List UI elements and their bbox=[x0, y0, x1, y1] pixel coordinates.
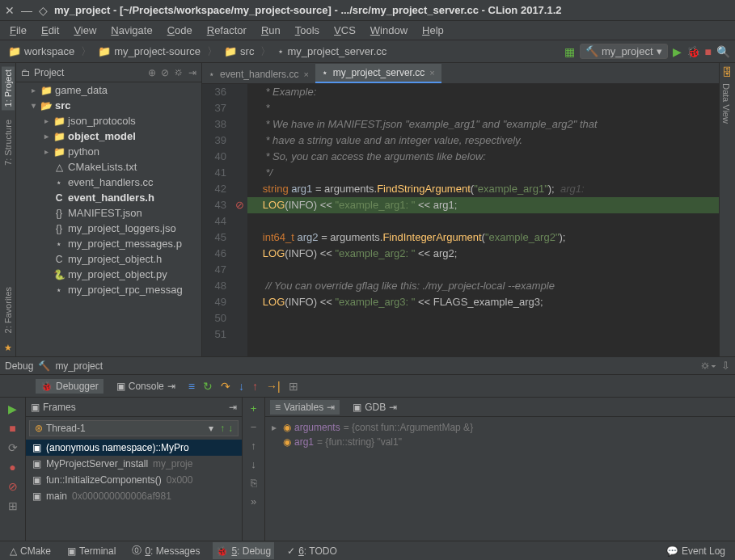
breadcrumb-item[interactable]: ⋆my_project_server.cc bbox=[274, 44, 390, 59]
menu-edit[interactable]: Edit bbox=[35, 23, 65, 38]
variable-row[interactable]: ▸◉ arguments = {const fun::ArgumentMap &… bbox=[272, 420, 729, 435]
copy-icon[interactable]: ⎘ bbox=[251, 477, 257, 489]
menu-file[interactable]: File bbox=[3, 23, 33, 38]
variables-list[interactable]: ▸◉ arguments = {const fun::ArgumentMap &… bbox=[265, 417, 735, 541]
thread-selector[interactable]: ⊛ Thread-1 ▾ ↑ ↓ bbox=[29, 420, 239, 436]
step-out-icon[interactable]: ↑ bbox=[252, 380, 258, 393]
stop-debug-icon[interactable]: ■ bbox=[9, 422, 15, 435]
menu-window[interactable]: Window bbox=[364, 23, 414, 38]
menu-vcs[interactable]: VCS bbox=[327, 23, 362, 38]
more-icon[interactable]: » bbox=[251, 495, 256, 507]
step-over-icon[interactable]: ↷ bbox=[221, 380, 230, 393]
tree-item[interactable]: ▸📁json_protocols bbox=[16, 113, 201, 128]
tool-tab-structure[interactable]: 7: Structure bbox=[2, 116, 15, 169]
variables-tab[interactable]: ≡ Variables ⇥ bbox=[270, 400, 340, 415]
remove-watch-icon[interactable]: − bbox=[251, 421, 257, 433]
evaluate-icon[interactable]: ⊞ bbox=[289, 380, 298, 393]
console-tab[interactable]: ▣ Console ⇥ bbox=[112, 379, 180, 394]
bottom-tab[interactable]: ▣Terminal bbox=[64, 542, 119, 559]
run-configuration-select[interactable]: 🔨 my_project ▾ bbox=[580, 44, 668, 59]
menu-navigate[interactable]: Navigate bbox=[104, 23, 158, 38]
menu-tools[interactable]: Tools bbox=[289, 23, 326, 38]
target-icon[interactable]: ⊘ bbox=[161, 67, 169, 78]
tool-tab-project[interactable]: 1: Project bbox=[2, 66, 15, 110]
tree-item[interactable]: {}MANIFEST.json bbox=[16, 205, 201, 221]
tree-item[interactable]: ▸📁object_model bbox=[16, 128, 201, 144]
pin-icon[interactable]: ⇩ bbox=[721, 360, 730, 372]
editor-tab[interactable]: ⋆my_project_server.cc× bbox=[315, 64, 441, 83]
frames-pin-icon[interactable]: ⇥ bbox=[229, 402, 237, 413]
code-area[interactable]: * Example: * * We have in MANIFEST.json … bbox=[247, 84, 719, 356]
hide-icon[interactable]: ⇥ bbox=[188, 67, 196, 78]
editor-content[interactable]: 36373839404142434445464748495051 ⊘ * Exa… bbox=[202, 84, 719, 356]
gear-icon[interactable]: ⛭▾ bbox=[700, 360, 716, 372]
settings-icon[interactable]: ⛭ bbox=[174, 67, 184, 78]
editor-tab[interactable]: ⋆event_handlers.cc× bbox=[202, 65, 315, 83]
debug-icon[interactable]: 🐞 bbox=[686, 45, 700, 58]
gdb-tab[interactable]: ▣ GDB ⇥ bbox=[348, 400, 402, 415]
maximize-window-icon[interactable]: ◇ bbox=[39, 4, 48, 17]
breadcrumb-item[interactable]: 📁workspace bbox=[5, 44, 78, 59]
project-tree[interactable]: ▸📁game_data▾📂src▸📁json_protocols▸📁object… bbox=[16, 82, 201, 356]
stack-frame[interactable]: ▣MyProjectServer_installmy_proje bbox=[26, 456, 242, 472]
step-into-icon[interactable]: ↓ bbox=[239, 380, 244, 393]
run-icon[interactable]: ▶ bbox=[673, 45, 682, 58]
rerun-icon[interactable]: ▶ bbox=[8, 402, 17, 415]
tool-tab-favorites[interactable]: 2: Favorites bbox=[2, 284, 15, 336]
up-icon[interactable]: ↑ bbox=[251, 440, 256, 452]
resume-icon[interactable]: ↻ bbox=[203, 380, 213, 393]
run-to-cursor-icon[interactable]: →| bbox=[266, 380, 281, 393]
debugger-tab[interactable]: 🐞 Debugger bbox=[36, 379, 103, 394]
tree-item[interactable]: {}my_project_loggers.jso bbox=[16, 221, 201, 236]
breadcrumb-item[interactable]: 📁my_project-source bbox=[95, 44, 204, 59]
tree-item[interactable]: ▸📁game_data bbox=[16, 82, 201, 98]
minimize-window-icon[interactable]: — bbox=[21, 4, 32, 17]
tree-item[interactable]: ▸📁python bbox=[16, 144, 201, 159]
prev-frame-icon[interactable]: ↑ bbox=[220, 423, 225, 434]
menu-code[interactable]: Code bbox=[161, 23, 199, 38]
menu-run[interactable]: Run bbox=[255, 23, 287, 38]
console-icon: ▣ bbox=[116, 381, 125, 392]
db-icon[interactable]: 🗄 bbox=[720, 63, 735, 78]
debugger-tab-label: Debugger bbox=[56, 381, 99, 392]
bottom-tab[interactable]: ⓪0: Messages bbox=[129, 542, 203, 559]
stop-icon[interactable]: ■ bbox=[705, 45, 712, 58]
breadcrumb-item[interactable]: 📁src bbox=[221, 44, 257, 59]
mute-breakpoints-icon[interactable]: ⊘ bbox=[8, 480, 18, 493]
tree-item[interactable]: ▾📂src bbox=[16, 98, 201, 113]
close-tab-icon[interactable]: × bbox=[429, 68, 434, 78]
search-icon[interactable]: 🔍 bbox=[716, 45, 730, 58]
menu-refactor[interactable]: Refactor bbox=[201, 23, 253, 38]
stack-frame[interactable]: ▣(anonymous namespace)::MyPro bbox=[26, 440, 242, 456]
tool-tab-dataview[interactable]: Data View bbox=[720, 78, 733, 128]
tree-item[interactable]: Cevent_handlers.h bbox=[16, 190, 201, 205]
breadcrumb: 📁workspace〉📁my_project-source〉📁src〉⋆my_p… bbox=[5, 44, 390, 59]
down-icon[interactable]: ↓ bbox=[251, 458, 256, 470]
threads-icon[interactable]: ≡ bbox=[188, 380, 195, 393]
tree-item[interactable]: ⋆my_project_messages.p bbox=[16, 236, 201, 251]
close-window-icon[interactable]: ✕ bbox=[5, 4, 15, 17]
event-log-button[interactable]: 💬 Event Log bbox=[663, 544, 729, 558]
add-watch-icon[interactable]: + bbox=[251, 402, 257, 415]
menu-view[interactable]: View bbox=[67, 23, 103, 38]
tree-item[interactable]: △CMakeLists.txt bbox=[16, 159, 201, 175]
stack-frame[interactable]: ▣main0x000000000006af981 bbox=[26, 488, 242, 504]
restore-layout-icon[interactable]: ⟳ bbox=[8, 441, 18, 454]
tree-item[interactable]: ⋆event_handlers.cc bbox=[16, 175, 201, 190]
tree-item[interactable]: 🐍my_project_object.py bbox=[16, 267, 201, 282]
menu-help[interactable]: Help bbox=[416, 23, 450, 38]
bottom-tab[interactable]: 🐞5: Debug bbox=[213, 542, 274, 559]
stack-frame[interactable]: ▣fun::InitializeComponents()0x000 bbox=[26, 472, 242, 488]
close-tab-icon[interactable]: × bbox=[303, 69, 308, 79]
bottom-tab[interactable]: ✓6: TODO bbox=[284, 542, 340, 559]
tree-item[interactable]: Cmy_project_object.h bbox=[16, 251, 201, 267]
frame-list[interactable]: ▣(anonymous namespace)::MyPro▣MyProjectS… bbox=[26, 440, 242, 541]
view-breakpoints-icon[interactable]: ● bbox=[9, 461, 15, 474]
variable-row[interactable]: ◉ arg1 = {fun::string} "val1" bbox=[272, 435, 729, 449]
bottom-tab[interactable]: △CMake bbox=[6, 542, 54, 559]
settings-debug-icon[interactable]: ⊞ bbox=[8, 499, 18, 512]
tree-item[interactable]: ⋆my_project_rpc_messag bbox=[16, 282, 201, 297]
next-frame-icon[interactable]: ↓ bbox=[228, 423, 233, 434]
collapse-icon[interactable]: ⊕ bbox=[148, 67, 156, 78]
grid-icon[interactable]: ▦ bbox=[564, 45, 575, 58]
